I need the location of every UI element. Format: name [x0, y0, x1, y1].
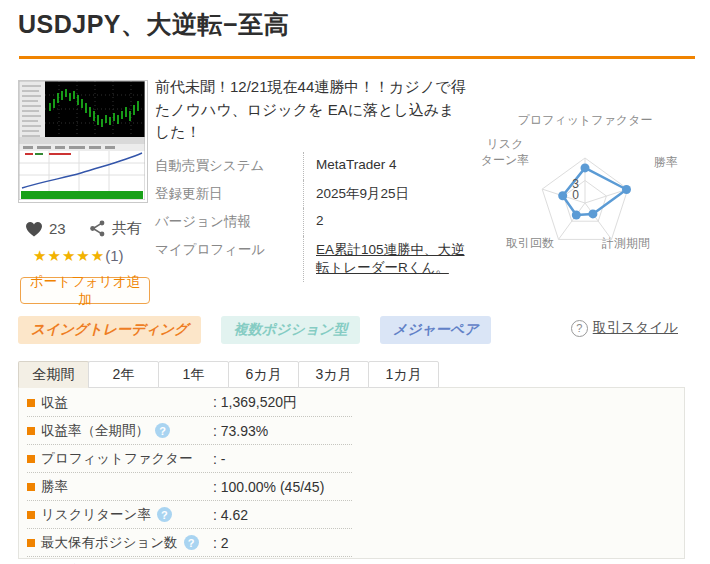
tab-all-period[interactable]: 全期間	[18, 361, 89, 388]
info-label: 登録更新日	[155, 180, 304, 208]
bullet-icon	[27, 427, 35, 435]
radar-axis-profit-factor: プロフィットファクター	[462, 112, 708, 129]
tags-row: スイングトレーディング 複数ポジション型 メジャーペア ? 取引スタイル	[18, 316, 694, 344]
stat-row-max-positions: 最大保有ポジション数 ? : 2	[27, 529, 352, 557]
info-row: マイプロフィール EA累計105連勝中、大逆転トレーダーRくん。	[155, 236, 467, 282]
tag-swing-trading[interactable]: スイングトレーディング	[18, 316, 201, 344]
svg-text:0: 0	[572, 188, 579, 202]
stat-row-profit: 収益 : 1,369,520円	[27, 389, 352, 417]
profile-link[interactable]: EA累計105連勝中、大逆転トレーダーRくん。	[316, 242, 465, 275]
period-tabs: 全期間 2年 1年 6カ月 3カ月 1カ月	[18, 361, 438, 388]
like-count: 23	[49, 220, 66, 237]
trade-style-link[interactable]: ? 取引スタイル	[571, 319, 678, 337]
add-portfolio-button[interactable]: ポートフォリオ追加	[20, 277, 150, 304]
product-thumbnail[interactable]	[18, 80, 148, 203]
tab-6months[interactable]: 6カ月	[228, 361, 299, 388]
help-icon[interactable]: ?	[155, 423, 170, 438]
product-page: USDJPY、大逆転−至高	[0, 0, 710, 564]
stat-row-win-rate: 勝率 : 100.00% (45/45)	[27, 473, 352, 501]
stat-row-risk-return: リスクリターン率 ? : 4.62	[27, 501, 352, 529]
question-circle-icon: ?	[571, 320, 588, 337]
product-description: 前代未聞！12/21現在44連勝中！！カジノで得たノウハウ、ロジックを EAに落…	[155, 76, 467, 144]
info-row: バージョン情報 2	[155, 208, 467, 236]
info-value: MetaTrader 4	[304, 152, 468, 180]
title-underline	[19, 56, 695, 59]
tab-1month[interactable]: 1カ月	[368, 361, 439, 388]
stats-panel: 収益 : 1,369,520円 収益率（全期間） ? : 73.93% プロフィ…	[18, 387, 685, 559]
help-icon[interactable]: ?	[184, 535, 199, 550]
radar-plot: 30	[470, 130, 700, 272]
heart-icon	[24, 220, 44, 238]
page-title: USDJPY、大逆転−至高	[18, 8, 289, 41]
share-label: 共有	[112, 219, 142, 238]
bullet-icon	[27, 399, 35, 407]
bullet-icon	[27, 455, 35, 463]
info-value: 2025年9月25日	[304, 180, 468, 208]
stat-row-profit-factor: プロフィットファクター : -	[27, 445, 352, 473]
tab-3months[interactable]: 3カ月	[298, 361, 369, 388]
bullet-icon	[27, 511, 35, 519]
info-label: マイプロフィール	[155, 236, 304, 282]
tab-1year[interactable]: 1年	[158, 361, 229, 388]
share-button[interactable]: 共有	[88, 219, 142, 238]
tag-major-pair[interactable]: メジャーペア	[380, 316, 492, 344]
like-button[interactable]: 23	[24, 220, 66, 238]
star-icons: ★★★★★	[33, 247, 105, 264]
info-row: 自動売買システム MetaTrader 4	[155, 152, 467, 180]
tag-multi-position[interactable]: 複数ポジション型	[221, 316, 361, 344]
stat-row-avg-profit: 平均利益 : 29,591円	[27, 557, 352, 564]
rating[interactable]: ★★★★★(1)	[33, 247, 124, 265]
share-icon	[88, 219, 107, 238]
chart-thumbnail-image	[19, 81, 145, 200]
bullet-icon	[27, 483, 35, 491]
trade-style-label: 取引スタイル	[593, 319, 678, 337]
bullet-icon	[27, 539, 35, 547]
product-info-table: 自動売買システム MetaTrader 4 登録更新日 2025年9月25日 バ…	[155, 152, 467, 282]
tab-2years[interactable]: 2年	[88, 361, 159, 388]
review-count: (1)	[105, 247, 123, 264]
info-label: バージョン情報	[155, 208, 304, 236]
info-row: 登録更新日 2025年9月25日	[155, 180, 467, 208]
help-icon[interactable]: ?	[157, 507, 172, 522]
radar-chart: プロフィットファクター 勝率 計測期間 取引回数 リスク ターン率 30	[462, 72, 708, 272]
social-row: 23 共有	[24, 219, 146, 238]
stat-row-return-rate: 収益率（全期間） ? : 73.93%	[27, 417, 352, 445]
info-label: 自動売買システム	[155, 152, 304, 180]
info-value: 2	[304, 208, 468, 236]
